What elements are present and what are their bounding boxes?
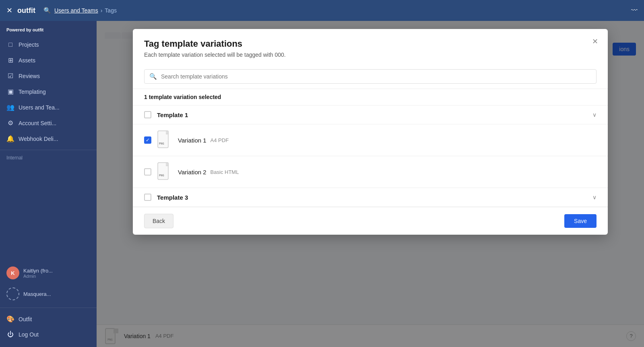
sidebar-item-label-projects: Projects [19, 41, 39, 48]
sidebar-item-logout[interactable]: ⏻ Log Out [0, 327, 97, 342]
modal: ✕ Tag template variations Each template … [133, 29, 608, 235]
search-input[interactable] [161, 73, 591, 80]
modal-title: Tag template variations [144, 39, 597, 49]
sidebar-item-account[interactable]: ⚙ Account Setti... [0, 115, 97, 131]
projects-icon: □ [6, 41, 14, 48]
sidebar-user[interactable]: K Kaitlyn (fro... Admin [0, 262, 97, 283]
variation-2-type: Basic HTML [211, 169, 239, 175]
template-group-header-1[interactable]: Template 1 ∨ [133, 105, 608, 124]
sidebar-powered: Powered by outfit [0, 26, 97, 37]
selected-count-bar: 1 template variation selected [133, 89, 608, 105]
top-bar-right-icon: 〰 [631, 7, 638, 14]
sidebar-divider-2 [0, 308, 97, 308]
user-name: Kaitlyn (fro... [23, 268, 53, 274]
sidebar-bottom: K Kaitlyn (fro... Admin Masquera... 🎨 Ou… [0, 262, 97, 342]
variation-1-name: Variation 1 [178, 137, 206, 144]
template-group-header-3[interactable]: Template 3 ∨ [133, 188, 608, 207]
logout-icon: ⏻ [6, 331, 14, 338]
template-list: Template 1 ∨ ✓ PNG Varia [133, 105, 608, 207]
sidebar-divider [0, 150, 97, 150]
assets-icon: ⊞ [6, 56, 14, 64]
sidebar-item-webhook[interactable]: 🔔 Webhook Deli... [0, 131, 97, 147]
search-icon: 🔍 [149, 73, 157, 80]
sidebar-item-label-reviews: Reviews [19, 73, 40, 79]
back-button[interactable]: Back [144, 214, 173, 228]
webhook-icon: 🔔 [6, 135, 14, 143]
variation-2-name: Variation 2 [178, 169, 206, 176]
template-1-name: Template 1 [157, 112, 592, 118]
modal-footer: Back Save [133, 207, 608, 235]
app-logo: outfit [17, 6, 35, 15]
svg-text:PNG: PNG [159, 174, 164, 177]
modal-search-section: 🔍 [133, 64, 608, 89]
modal-overlay: ✕ Tag template variations Each template … [97, 21, 644, 347]
png-file-icon-1: PNG [157, 130, 172, 149]
template-group-1: Template 1 ∨ ✓ PNG Varia [133, 105, 608, 188]
sidebar-item-assets[interactable]: ⊞ Assets [0, 52, 97, 68]
masquerade-avatar [6, 287, 19, 300]
account-icon: ⚙ [6, 119, 14, 127]
templating-icon: ▣ [6, 88, 14, 95]
search-icon[interactable]: 🔍 [43, 7, 51, 14]
sidebar-item-label-account: Account Setti... [19, 120, 56, 126]
breadcrumb-separator: › [101, 7, 103, 14]
sidebar-item-reviews[interactable]: ☑ Reviews [0, 68, 97, 84]
template-3-checkbox[interactable] [144, 194, 151, 201]
sidebar-item-label-users: Users and Tea... [19, 104, 60, 111]
avatar: K [6, 266, 19, 279]
close-nav-icon[interactable]: ✕ [6, 6, 12, 15]
variation-2-checkbox[interactable] [144, 168, 151, 176]
sidebar-item-label-assets: Assets [19, 57, 35, 64]
variation-1-icon: PNG [157, 130, 172, 150]
sidebar-item-label-webhook: Webhook Deli... [19, 136, 58, 142]
breadcrumb-link-users[interactable]: Users and Teams [54, 7, 98, 14]
sidebar: Powered by outfit □ Projects ⊞ Assets ☑ … [0, 21, 97, 347]
template-1-chevron: ∨ [592, 112, 597, 118]
users-icon: 👥 [6, 103, 14, 111]
variation-1-checkbox[interactable]: ✓ [144, 136, 151, 144]
sidebar-item-outfit[interactable]: 🎨 Outfit [0, 311, 97, 327]
sidebar-item-label-outfit: Outfit [19, 316, 32, 322]
outfit-icon: 🎨 [6, 315, 14, 323]
variation-1-type: A4 PDF [211, 137, 229, 143]
modal-subtitle: Each template variation selected will be… [144, 52, 597, 58]
sidebar-item-projects[interactable]: □ Projects [0, 37, 97, 52]
sidebar-item-templating[interactable]: ▣ Templating [0, 84, 97, 99]
modal-header: Tag template variations Each template va… [133, 29, 608, 64]
user-role: Admin [23, 274, 53, 279]
breadcrumb: Users and Teams › Tags [54, 7, 117, 14]
sidebar-section-label: Internal [0, 153, 97, 162]
reviews-icon: ☑ [6, 72, 14, 80]
sidebar-user-info: Kaitlyn (fro... Admin [23, 268, 53, 279]
search-wrapper: 🔍 [144, 69, 597, 84]
svg-text:PNG: PNG [159, 142, 164, 145]
sidebar-item-label-templating: Templating [19, 89, 46, 95]
variation-row-2: PNG Variation 2 Basic HTML [133, 156, 608, 188]
breadcrumb-current: Tags [105, 7, 117, 14]
variation-row-1: ✓ PNG Variation 1 A4 PDF [133, 124, 608, 156]
top-bar: ✕ outfit 🔍 Users and Teams › Tags 〰 [0, 0, 644, 21]
modal-close-button[interactable]: ✕ [590, 35, 600, 48]
main-content: ions PNG Variation 1 A4 PDF ? ✕ Tag temp… [97, 21, 644, 347]
variation-2-icon: PNG [157, 162, 172, 182]
sidebar-masquerade[interactable]: Masquera... [0, 283, 97, 304]
save-button[interactable]: Save [564, 214, 597, 228]
template-3-chevron: ∨ [592, 194, 597, 200]
sidebar-item-label-logout: Log Out [19, 331, 39, 338]
sidebar-item-users[interactable]: 👥 Users and Tea... [0, 99, 97, 115]
masquerade-label: Masquera... [23, 291, 51, 297]
template-3-name: Template 3 [157, 194, 592, 201]
template-1-checkbox[interactable] [144, 111, 151, 118]
template-group-3: Template 3 ∨ [133, 188, 608, 207]
png-file-icon-2: PNG [157, 162, 172, 180]
